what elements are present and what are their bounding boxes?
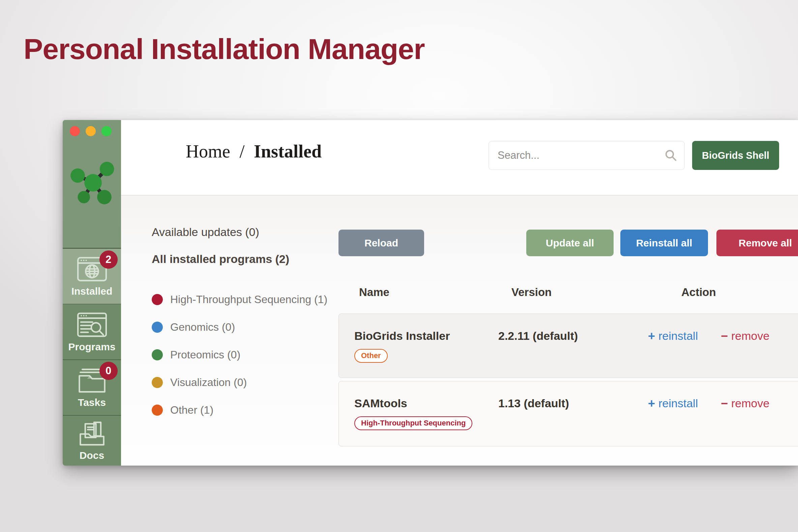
programs-icon-wrap bbox=[75, 311, 109, 339]
category-dot bbox=[152, 349, 163, 360]
reinstall-label: reinstall bbox=[659, 397, 698, 410]
sidebar-item-tasks[interactable]: 0 Tasks bbox=[63, 360, 121, 416]
remove-link[interactable]: − remove bbox=[721, 397, 770, 410]
update-all-button[interactable]: Update all bbox=[526, 230, 613, 256]
category-label: Visualization (0) bbox=[170, 376, 247, 388]
breadcrumb-separator: / bbox=[240, 141, 244, 162]
category-dot bbox=[152, 404, 163, 416]
reload-button[interactable]: Reload bbox=[339, 230, 424, 256]
remove-all-button[interactable]: Remove all bbox=[717, 230, 798, 256]
category-label: Proteomics (0) bbox=[170, 348, 240, 361]
category-label: Genomics (0) bbox=[170, 321, 235, 333]
sidebar-item-installed[interactable]: 2 Installed bbox=[63, 249, 121, 304]
category-tag: Other bbox=[354, 349, 388, 363]
close-window-button[interactable] bbox=[70, 126, 80, 136]
breadcrumb: Home / Installed bbox=[186, 141, 322, 162]
sidebar-item-label: Programs bbox=[68, 341, 115, 353]
category-item-high-throughput-sequencing[interactable]: High-Throughput Sequencing (1) bbox=[152, 293, 341, 305]
available-updates-text: Available updates (0) bbox=[152, 225, 341, 239]
summary-panel: Available updates (0) All installed prog… bbox=[152, 225, 341, 432]
category-item-genomics[interactable]: Genomics (0) bbox=[152, 321, 341, 333]
content-area: Available updates (0) All installed prog… bbox=[121, 195, 798, 466]
program-name: SAMtools bbox=[354, 397, 407, 410]
tasks-icon-wrap: 0 bbox=[75, 367, 109, 394]
category-list: High-Throughput Sequencing (1) Genomics … bbox=[152, 293, 341, 416]
programs-search-icon bbox=[76, 312, 108, 338]
category-item-visualization[interactable]: Visualization (0) bbox=[152, 376, 341, 388]
app-window: 2 Installed bbox=[63, 120, 798, 466]
docs-icon-wrap bbox=[75, 420, 109, 447]
category-dot bbox=[152, 377, 163, 388]
search-box bbox=[489, 141, 685, 170]
remove-label: remove bbox=[731, 329, 770, 343]
search-icon bbox=[665, 149, 677, 162]
category-dot bbox=[152, 322, 163, 333]
program-version: 2.2.11 (default) bbox=[498, 329, 578, 343]
reinstall-label: reinstall bbox=[659, 329, 698, 343]
column-header-name: Name bbox=[359, 286, 390, 299]
page-title: Personal Installation Manager bbox=[24, 32, 425, 66]
program-name: BioGrids Installer bbox=[354, 329, 450, 343]
minus-icon: − bbox=[721, 330, 728, 342]
tasks-count-badge: 0 bbox=[99, 362, 118, 380]
category-item-proteomics[interactable]: Proteomics (0) bbox=[152, 348, 341, 361]
program-row-samtools: SAMtools 1.13 (default) + reinstall − re… bbox=[339, 381, 798, 446]
installed-icon-wrap: 2 bbox=[75, 256, 109, 283]
sidebar-item-programs[interactable]: Programs bbox=[63, 304, 121, 360]
reinstall-all-button[interactable]: Reinstall all bbox=[620, 230, 708, 256]
sidebar-item-label: Installed bbox=[72, 286, 113, 297]
plus-icon: + bbox=[648, 398, 655, 410]
header: Home / Installed BioGrids Shell bbox=[121, 120, 798, 195]
docs-folder-icon bbox=[76, 420, 108, 447]
minimize-window-button[interactable] bbox=[86, 126, 96, 136]
reinstall-link[interactable]: + reinstall bbox=[648, 397, 698, 410]
sidebar-item-label: Docs bbox=[80, 450, 104, 461]
biogrids-shell-button[interactable]: BioGrids Shell bbox=[692, 141, 779, 170]
category-label: Other (1) bbox=[170, 404, 213, 416]
window-controls bbox=[63, 120, 121, 136]
programs-panel: Reload Update all Reinstall all Remove a… bbox=[339, 195, 798, 466]
breadcrumb-current: Installed bbox=[254, 141, 322, 162]
remove-link[interactable]: − remove bbox=[721, 329, 770, 343]
sidebar-item-docs[interactable]: Docs bbox=[63, 416, 121, 466]
reinstall-link[interactable]: + reinstall bbox=[648, 329, 698, 343]
main-area: Home / Installed BioGrids Shell Availabl… bbox=[121, 120, 798, 466]
remove-label: remove bbox=[731, 397, 770, 410]
plus-icon: + bbox=[648, 330, 655, 342]
category-dot bbox=[152, 294, 163, 305]
minus-icon: − bbox=[721, 398, 728, 410]
category-tag: High-Throughput Sequencing bbox=[354, 416, 472, 430]
sidebar-item-label: Tasks bbox=[78, 397, 106, 408]
table-header: Name Version Action bbox=[339, 286, 798, 299]
breadcrumb-home-link[interactable]: Home bbox=[186, 141, 230, 162]
category-item-other[interactable]: Other (1) bbox=[152, 404, 341, 416]
column-header-version: Version bbox=[511, 286, 552, 299]
sidebar-logo-area bbox=[63, 120, 121, 249]
category-label: High-Throughput Sequencing (1) bbox=[170, 293, 327, 305]
molecule-logo-icon bbox=[66, 155, 118, 206]
maximize-window-button[interactable] bbox=[101, 126, 112, 136]
program-version: 1.13 (default) bbox=[498, 397, 569, 410]
search-input[interactable] bbox=[489, 141, 685, 170]
sidebar: 2 Installed bbox=[63, 120, 121, 466]
installed-count-badge: 2 bbox=[99, 250, 118, 269]
program-row-biogrids-installer: BioGrids Installer 2.2.11 (default) + re… bbox=[339, 314, 798, 378]
column-header-action: Action bbox=[681, 286, 716, 299]
all-installed-text: All installed programs (2) bbox=[152, 252, 341, 266]
